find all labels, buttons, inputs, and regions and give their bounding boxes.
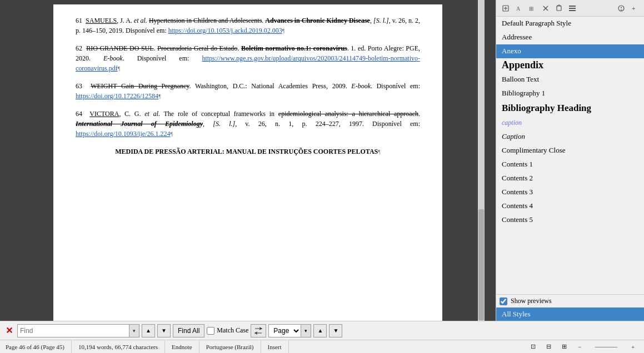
style-item-complimentary-close[interactable]: Complimentary Close [496, 144, 644, 158]
style-view-toggle-btn[interactable] [566, 2, 578, 14]
match-case-wrap: Match Case [207, 326, 248, 335]
svg-rect-8 [569, 6, 576, 7]
show-previews-label: Show previews [511, 297, 552, 305]
find-page-select-wrap: Page ▾ [268, 324, 311, 337]
scrollbar-thumb[interactable] [478, 209, 484, 320]
svg-rect-9 [569, 8, 576, 9]
edit-style-btn[interactable]: A [513, 2, 525, 14]
style-item-contents-2[interactable]: Contents 2 [496, 172, 644, 185]
status-word-count: 10,194 words, 66,774 characters [72, 340, 165, 353]
status-language: Portuguese (Brazil) [199, 340, 261, 353]
style-item-addressee[interactable]: Addressee [496, 31, 644, 44]
find-input-wrap: ▾ [17, 324, 139, 337]
style-item-bibliography-1[interactable]: Bibliography 1 [496, 87, 644, 100]
style-item-contents-5[interactable]: Contents 5 [496, 213, 644, 227]
ref-entry-61: 61 SAMUELS, J. A. et al. Hypertension in… [76, 16, 420, 36]
find-toolbar: ✕ ▾ ▲ ▼ Find All Match Case Page ▾ ▲ ▼ [0, 321, 644, 340]
ref-number-64: 64 [76, 110, 82, 118]
match-case-label: Match Case [217, 326, 248, 335]
svg-rect-7 [557, 6, 561, 11]
svg-text:+: + [632, 5, 635, 12]
find-close-btn[interactable]: ✕ [3, 325, 15, 336]
styles-toolbar: A ⊞ + [496, 0, 644, 17]
find-page-down-btn[interactable]: ▼ [329, 324, 342, 337]
svg-rect-10 [569, 10, 576, 11]
find-all-btn[interactable]: Find All [173, 324, 204, 337]
find-input-dropdown[interactable]: ▾ [129, 325, 139, 337]
svg-text:A: A [516, 6, 521, 12]
document-footer-title: MEDIDA DE PRESSÃO ARTERIAL: MANUAL DE IN… [76, 147, 420, 157]
style-item-contents-3[interactable]: Contents 3 [496, 185, 644, 199]
style-delete-btn[interactable] [540, 2, 552, 14]
find-page-up-btn[interactable]: ▲ [313, 324, 327, 337]
all-styles-bar[interactable]: All Styles [496, 307, 644, 321]
ref-entry-64: 64 VICTORA, C. G. et al. The role of con… [76, 109, 420, 139]
style-item-contents-1[interactable]: Contents 1 [496, 158, 644, 172]
ref-entry-63: 63 WEIGHT Gain During Pregnancy. Washing… [76, 81, 420, 101]
svg-text:⊞: ⊞ [529, 6, 533, 12]
style-item-caption-blue[interactable]: caption [496, 117, 644, 130]
style-item-contents-4[interactable]: Contents 4 [496, 199, 644, 213]
ref-number-61: 61 [76, 17, 82, 24]
styles-footer: Show previews [496, 294, 644, 307]
status-zoom-slider[interactable]: ———— [590, 341, 623, 352]
svg-point-13 [621, 9, 622, 11]
status-right-icons: ⊡ ⊟ ⊞ − ———— + [527, 341, 638, 352]
status-section: Endnote [165, 340, 199, 353]
styles-list: Default Paragraph Style Addressee Anexo … [496, 17, 644, 294]
find-page-select[interactable]: Page [269, 325, 301, 337]
style-update-btn[interactable] [553, 2, 565, 14]
find-input[interactable] [18, 325, 129, 337]
style-item-caption-regular[interactable]: Caption [496, 130, 644, 144]
styles-filter-btn[interactable]: ⊞ [526, 2, 538, 14]
styles-panel: A ⊞ + Default Para [496, 0, 644, 321]
styles-extra-btn2[interactable]: + [628, 2, 641, 14]
status-bar: Page 46 of 46 (Page 45) 10,194 words, 66… [0, 340, 644, 353]
status-zoom-out[interactable]: − [574, 341, 585, 352]
status-page-info: Page 46 of 46 (Page 45) [6, 340, 72, 353]
status-zoom-in[interactable]: + [627, 341, 638, 352]
status-mode: Insert [261, 340, 289, 353]
match-case-checkbox[interactable] [207, 327, 214, 335]
style-item-default-paragraph[interactable]: Default Paragraph Style [496, 17, 644, 31]
style-item-appendix[interactable]: Appendix [496, 58, 644, 73]
find-prev-btn[interactable]: ▲ [142, 324, 155, 337]
find-page-dropdown-arrow[interactable]: ▾ [301, 325, 311, 337]
new-style-btn[interactable] [500, 2, 512, 14]
ref-number-62: 62 [76, 44, 82, 52]
ref-number-63: 63 [76, 82, 82, 90]
style-item-bibliography-heading[interactable]: Bibliography Heading [496, 100, 644, 117]
doc-scrollbar[interactable] [478, 0, 485, 321]
ref-entry-62: 62 RIO GRANDE DO SUL. Procuradoria Geral… [76, 43, 420, 73]
styles-extra-btn1[interactable] [615, 2, 627, 14]
status-icon-2[interactable]: ⊟ [543, 341, 554, 352]
find-next-btn[interactable]: ▼ [157, 324, 171, 337]
status-icon-3[interactable]: ⊞ [558, 341, 570, 352]
replace-icon-btn[interactable] [251, 324, 266, 337]
style-item-anexo[interactable]: Anexo [496, 44, 644, 58]
document-page: 61 SAMUELS, J. A. et al. Hypertension in… [53, 4, 442, 321]
show-previews-checkbox[interactable] [500, 297, 507, 305]
style-item-balloon-text[interactable]: Balloon Text [496, 73, 644, 87]
status-icon-1[interactable]: ⊡ [527, 341, 538, 352]
